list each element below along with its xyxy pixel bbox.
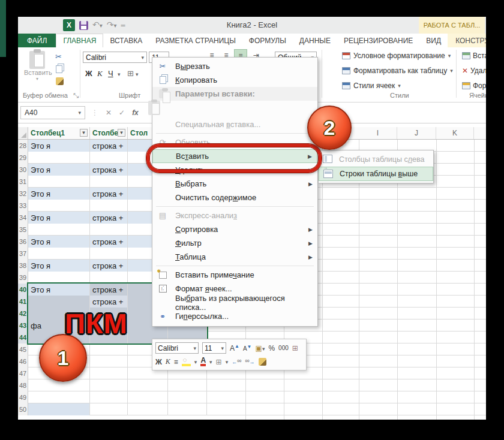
row-header-28[interactable]: 28 [18,140,28,152]
menu-item-фильтр[interactable]: Фильтр▶ [152,236,317,250]
comma-style-icon[interactable]: 000 [278,345,289,351]
menu-item-копировать[interactable]: Копировать [152,73,317,87]
insert-function-icon[interactable]: fx [132,109,139,117]
cell-B34[interactable]: строка + [90,212,128,224]
column-header-K[interactable]: K [436,127,474,139]
row-header-45[interactable]: 45 [18,343,28,355]
cell-A34[interactable]: Это я [28,212,90,224]
cell-B50[interactable] [90,403,128,415]
row-header-44[interactable]: 44 [18,331,28,343]
row-header-43[interactable]: 43 [18,320,28,331]
filter-dropdown-icon[interactable]: ▼ [118,129,125,137]
menu-item-очистить-содержимое[interactable]: Очистить содержимое [152,191,317,204]
cell-B36[interactable]: строка + [90,236,128,248]
cell-C48[interactable] [128,379,168,391]
row-header-29[interactable]: 29 [18,152,28,164]
borders-button[interactable]: ⊞ [127,69,134,78]
mini-borders-icon[interactable]: ⊞ [216,358,222,366]
row-header-37[interactable]: 37 [18,248,28,260]
cell-D48[interactable] [168,379,207,391]
name-box-dropdown[interactable]: ▾ [78,110,81,116]
copy-icon[interactable] [56,65,62,73]
cell-B30[interactable]: строка + [90,164,128,176]
cell-A35[interactable] [28,224,90,236]
mini-format-painter-icon[interactable] [259,358,266,366]
row-header-50[interactable]: 50 [18,403,28,415]
tab-формулы[interactable]: ФОРМУЛЫ [242,34,293,47]
menu-item-сортировка[interactable]: Сортировка▶ [152,222,317,236]
font-name-combo[interactable]: Calibri▾ [83,52,147,63]
table-column-header-1[interactable]: Столбец1 ▼ [28,127,90,139]
cell-D50[interactable] [168,403,207,415]
row-header-32[interactable]: 32 [18,188,28,200]
cell-A32[interactable]: Это я [28,188,90,200]
row-header-36[interactable]: 36 [18,236,28,248]
row-header-34[interactable]: 34 [18,212,28,224]
menu-item-выбрать[interactable]: Выбрать▶ [152,177,317,191]
row-header-31[interactable]: 31 [18,176,28,188]
paste-button[interactable]: Вставить ▾ [24,51,50,92]
bold-button[interactable]: Ж [85,69,92,78]
menu-item-вырезать[interactable]: ✂Вырезать [152,59,317,73]
name-box[interactable]: A40 ▾ [20,106,85,119]
tab-главная[interactable]: ГЛАВНАЯ [56,34,103,47]
mini-italic-icon[interactable]: К [166,357,170,366]
row-header-48[interactable]: 48 [18,379,28,391]
row-header-35[interactable]: 35 [18,224,28,236]
delete-cells-button[interactable]: ✕ Удалить [462,67,486,75]
filter-dropdown-icon[interactable]: ▼ [80,129,88,137]
fill-color-icon[interactable] [182,358,191,366]
row-header-47[interactable]: 47 [18,367,28,379]
tab-вставка[interactable]: ВСТАВКА [103,34,149,47]
row-header-30[interactable]: 30 [18,164,28,176]
cell-B31[interactable] [90,176,128,188]
cell-B28[interactable]: строка + [90,140,128,152]
format-cells-button[interactable]: Формат [462,82,486,90]
cell-B47[interactable] [90,367,128,379]
tab-файл[interactable]: ФАЙЛ [18,34,56,47]
grow-font-icon[interactable]: A▲ [230,343,239,352]
row-header-46[interactable]: 46 [18,355,28,367]
insert-cells-button[interactable]: Вставить [462,52,486,60]
cell-B40[interactable]: строка + [90,284,128,296]
underline-button[interactable]: Ч [108,69,113,78]
accounting-format-icon[interactable]: ▣▾ [256,344,265,352]
cell-B32[interactable]: строка + [90,188,128,200]
cell-A40[interactable]: Это я [28,284,90,296]
mini-size-combo[interactable]: 11▾ [202,342,226,354]
row-header-41[interactable]: 41 [18,296,28,308]
cell-A50[interactable] [28,403,90,415]
cell-A36[interactable]: Это я [28,236,90,248]
cell-C49[interactable] [128,391,168,403]
row-header-38[interactable]: 38 [18,260,28,272]
menu-item-выбрать-из-раскрывающегося-списка[interactable]: Выбрать из раскрывающегося списка... [152,296,317,309]
cell-B46[interactable] [90,355,128,367]
cell-B29[interactable] [90,152,128,164]
format-as-table-button[interactable]: Форматировать как таблицу ▾ [342,67,453,75]
cell-B39[interactable] [90,272,128,284]
cell-styles-button[interactable]: Стили ячеек ▾ [342,82,401,90]
cell-A28[interactable]: Это я [28,140,90,152]
tab-конструктор[interactable]: КОНСТРУКТОР [448,34,486,47]
cell-A38[interactable]: Это я [28,260,90,272]
tab-вид[interactable]: ВИД [419,34,448,47]
tab-разметка-страницы[interactable]: РАЗМЕТКА СТРАНИЦЫ [149,34,242,47]
row-header-33[interactable]: 33 [18,200,28,212]
table-column-header-2[interactable]: Столбе ▼ [90,127,128,139]
format-painter-icon[interactable] [56,77,64,85]
mini-bold-icon[interactable]: Ж [155,358,162,366]
row-header-40[interactable]: 40 [18,284,28,296]
submenu-item-строки-таблицы-выше[interactable]: Строки таблицы выше [319,167,433,181]
cell-B48[interactable] [90,379,128,391]
borders-dropdown[interactable]: ▾ [136,71,139,77]
increase-decimal-icon[interactable]: ⁰⁰→ [245,359,254,365]
format-table-icon[interactable]: ⊞ [292,344,298,352]
font-color-icon[interactable]: А [200,357,206,366]
paste-dropdown-arrow[interactable]: ▾ [24,76,50,82]
decrease-decimal-icon[interactable]: ←⁰⁰ [232,359,241,365]
conditional-formatting-button[interactable]: Условное форматирование ▾ [342,52,451,60]
cell-A49[interactable] [28,391,90,403]
cell-A33[interactable] [28,200,90,212]
clipboard-dialog-launcher[interactable]: ⤡ [73,92,79,100]
cell-A31[interactable] [28,176,90,188]
